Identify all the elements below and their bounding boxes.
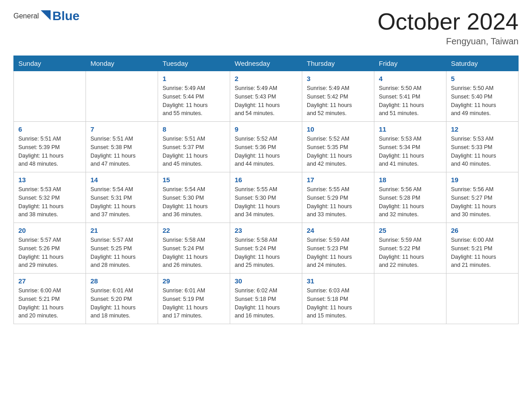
header-row: SundayMondayTuesdayWednesdayThursdayFrid… — [14, 56, 519, 71]
day-number: 25 — [379, 227, 442, 234]
calendar-cell: 30Sunrise: 6:02 AM Sunset: 5:18 PM Dayli… — [230, 274, 302, 324]
day-info: Sunrise: 5:51 AM Sunset: 5:39 PM Dayligh… — [18, 135, 81, 168]
calendar-cell: 9Sunrise: 5:52 AM Sunset: 5:36 PM Daylig… — [230, 122, 302, 172]
day-info: Sunrise: 5:50 AM Sunset: 5:41 PM Dayligh… — [379, 84, 442, 118]
day-number: 11 — [379, 125, 442, 133]
calendar-cell: 29Sunrise: 6:01 AM Sunset: 5:19 PM Dayli… — [158, 274, 230, 324]
day-info: Sunrise: 5:56 AM Sunset: 5:27 PM Dayligh… — [451, 185, 514, 219]
day-number: 31 — [307, 277, 369, 285]
day-info: Sunrise: 6:00 AM Sunset: 5:21 PM Dayligh… — [18, 287, 81, 320]
header-cell-thursday: Thursday — [302, 56, 374, 71]
day-number: 3 — [307, 75, 369, 82]
calendar-cell: 23Sunrise: 5:58 AM Sunset: 5:24 PM Dayli… — [230, 223, 302, 274]
calendar-cell: 27Sunrise: 6:00 AM Sunset: 5:21 PM Dayli… — [14, 274, 86, 324]
calendar-cell: 14Sunrise: 5:54 AM Sunset: 5:31 PM Dayli… — [86, 172, 158, 223]
day-info: Sunrise: 5:53 AM Sunset: 5:32 PM Dayligh… — [18, 185, 81, 219]
header-cell-tuesday: Tuesday — [158, 56, 230, 71]
day-info: Sunrise: 6:02 AM Sunset: 5:18 PM Dayligh… — [235, 287, 297, 320]
day-info: Sunrise: 5:49 AM Sunset: 5:42 PM Dayligh… — [307, 84, 369, 118]
calendar-cell: 31Sunrise: 6:03 AM Sunset: 5:18 PM Dayli… — [302, 274, 374, 324]
day-info: Sunrise: 5:52 AM Sunset: 5:35 PM Dayligh… — [307, 135, 369, 168]
day-info: Sunrise: 5:51 AM Sunset: 5:38 PM Dayligh… — [90, 135, 153, 168]
day-info: Sunrise: 6:00 AM Sunset: 5:21 PM Dayligh… — [451, 236, 514, 270]
header: General Blue October 2024 Fengyuan, Taiw… — [13, 9, 519, 47]
day-info: Sunrise: 5:56 AM Sunset: 5:28 PM Dayligh… — [379, 185, 442, 219]
calendar-cell: 18Sunrise: 5:56 AM Sunset: 5:28 PM Dayli… — [374, 172, 446, 223]
calendar-cell: 15Sunrise: 5:54 AM Sunset: 5:30 PM Dayli… — [158, 172, 230, 223]
day-info: Sunrise: 5:59 AM Sunset: 5:22 PM Dayligh… — [379, 236, 442, 270]
day-number: 24 — [307, 227, 369, 234]
calendar-cell: 8Sunrise: 5:51 AM Sunset: 5:37 PM Daylig… — [158, 122, 230, 172]
logo-blue-text: Blue — [52, 9, 80, 23]
day-info: Sunrise: 5:51 AM Sunset: 5:37 PM Dayligh… — [163, 135, 225, 168]
day-number: 16 — [235, 176, 297, 184]
day-info: Sunrise: 5:53 AM Sunset: 5:33 PM Dayligh… — [451, 135, 514, 168]
header-cell-monday: Monday — [86, 56, 158, 71]
logo-general-text: General — [13, 12, 39, 20]
calendar-cell: 12Sunrise: 5:53 AM Sunset: 5:33 PM Dayli… — [446, 122, 519, 172]
calendar-cell: 21Sunrise: 5:57 AM Sunset: 5:25 PM Dayli… — [86, 223, 158, 274]
calendar-cell: 19Sunrise: 5:56 AM Sunset: 5:27 PM Dayli… — [446, 172, 519, 223]
day-number: 18 — [379, 176, 442, 184]
logo-arrow-icon — [41, 10, 51, 22]
header-cell-wednesday: Wednesday — [230, 56, 302, 71]
day-number: 19 — [451, 176, 514, 184]
day-number: 21 — [90, 227, 153, 234]
day-number: 29 — [163, 277, 225, 285]
calendar-cell: 22Sunrise: 5:58 AM Sunset: 5:24 PM Dayli… — [158, 223, 230, 274]
calendar-cell: 28Sunrise: 6:01 AM Sunset: 5:20 PM Dayli… — [86, 274, 158, 324]
day-info: Sunrise: 5:58 AM Sunset: 5:24 PM Dayligh… — [235, 236, 297, 270]
calendar-cell: 3Sunrise: 5:49 AM Sunset: 5:42 PM Daylig… — [302, 71, 374, 122]
day-number: 26 — [451, 227, 514, 234]
day-number: 30 — [235, 277, 297, 285]
day-info: Sunrise: 5:50 AM Sunset: 5:40 PM Dayligh… — [451, 84, 514, 118]
day-number: 8 — [163, 125, 225, 133]
day-info: Sunrise: 5:52 AM Sunset: 5:36 PM Dayligh… — [235, 135, 297, 168]
calendar-cell: 20Sunrise: 5:57 AM Sunset: 5:26 PM Dayli… — [14, 223, 86, 274]
header-cell-friday: Friday — [374, 56, 446, 71]
calendar-week-row: 20Sunrise: 5:57 AM Sunset: 5:26 PM Dayli… — [14, 223, 519, 274]
calendar-header: SundayMondayTuesdayWednesdayThursdayFrid… — [14, 56, 519, 71]
day-number: 5 — [451, 75, 514, 82]
day-info: Sunrise: 5:54 AM Sunset: 5:31 PM Dayligh… — [90, 185, 153, 219]
calendar-cell: 6Sunrise: 5:51 AM Sunset: 5:39 PM Daylig… — [14, 122, 86, 172]
calendar-cell — [446, 274, 519, 324]
day-info: Sunrise: 6:01 AM Sunset: 5:20 PM Dayligh… — [90, 287, 153, 320]
day-number: 1 — [163, 75, 225, 82]
day-number: 27 — [18, 277, 81, 285]
header-cell-saturday: Saturday — [446, 56, 519, 71]
page-title: October 2024 — [378, 9, 519, 34]
day-info: Sunrise: 6:01 AM Sunset: 5:19 PM Dayligh… — [163, 287, 225, 320]
calendar-cell: 24Sunrise: 5:59 AM Sunset: 5:23 PM Dayli… — [302, 223, 374, 274]
day-info: Sunrise: 5:57 AM Sunset: 5:26 PM Dayligh… — [18, 236, 81, 270]
calendar-cell — [14, 71, 86, 122]
day-info: Sunrise: 5:54 AM Sunset: 5:30 PM Dayligh… — [163, 185, 225, 219]
calendar-cell: 2Sunrise: 5:49 AM Sunset: 5:43 PM Daylig… — [230, 71, 302, 122]
day-info: Sunrise: 5:59 AM Sunset: 5:23 PM Dayligh… — [307, 236, 369, 270]
day-number: 20 — [18, 227, 81, 234]
calendar-table: SundayMondayTuesdayWednesdayThursdayFrid… — [13, 56, 519, 324]
day-number: 10 — [307, 125, 369, 133]
title-area: October 2024 Fengyuan, Taiwan — [378, 9, 519, 47]
day-info: Sunrise: 5:55 AM Sunset: 5:30 PM Dayligh… — [235, 185, 297, 219]
day-info: Sunrise: 5:49 AM Sunset: 5:43 PM Dayligh… — [235, 84, 297, 118]
day-number: 22 — [163, 227, 225, 234]
logo: General Blue — [13, 9, 80, 23]
calendar-cell: 17Sunrise: 5:55 AM Sunset: 5:29 PM Dayli… — [302, 172, 374, 223]
day-number: 23 — [235, 227, 297, 234]
calendar-cell: 13Sunrise: 5:53 AM Sunset: 5:32 PM Dayli… — [14, 172, 86, 223]
logo-area: General Blue — [13, 9, 80, 23]
calendar-cell: 26Sunrise: 6:00 AM Sunset: 5:21 PM Dayli… — [446, 223, 519, 274]
calendar-cell: 25Sunrise: 5:59 AM Sunset: 5:22 PM Dayli… — [374, 223, 446, 274]
calendar-week-row: 1Sunrise: 5:49 AM Sunset: 5:44 PM Daylig… — [14, 71, 519, 122]
calendar-cell: 11Sunrise: 5:53 AM Sunset: 5:34 PM Dayli… — [374, 122, 446, 172]
day-info: Sunrise: 5:53 AM Sunset: 5:34 PM Dayligh… — [379, 135, 442, 168]
calendar-cell: 5Sunrise: 5:50 AM Sunset: 5:40 PM Daylig… — [446, 71, 519, 122]
day-info: Sunrise: 5:49 AM Sunset: 5:44 PM Dayligh… — [163, 84, 225, 118]
day-number: 13 — [18, 176, 81, 184]
svg-marker-0 — [41, 10, 51, 20]
day-number: 14 — [90, 176, 153, 184]
day-number: 15 — [163, 176, 225, 184]
calendar-cell — [86, 71, 158, 122]
calendar-cell: 10Sunrise: 5:52 AM Sunset: 5:35 PM Dayli… — [302, 122, 374, 172]
